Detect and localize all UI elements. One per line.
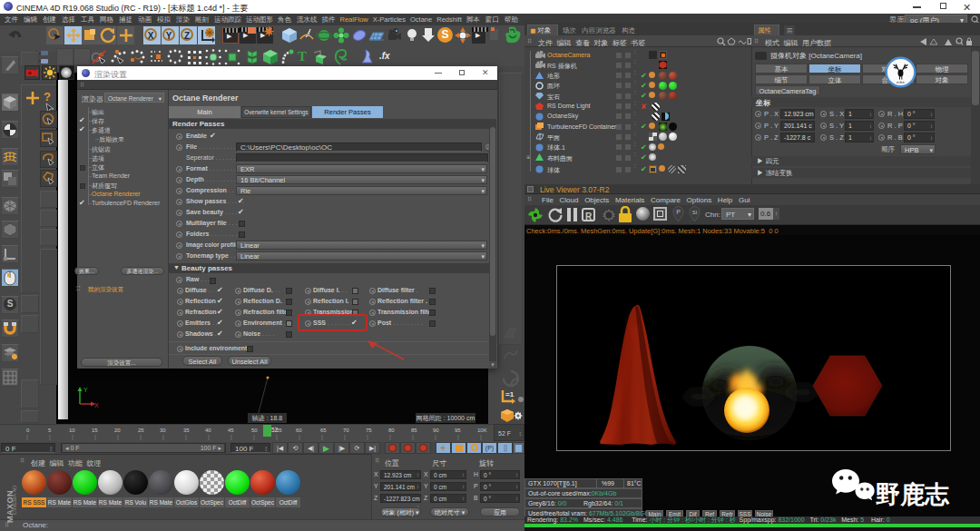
svg-text:=1: =1 [505, 390, 514, 398]
svg-text:10K: 10K [477, 428, 487, 433]
svg-text:90: 90 [433, 428, 439, 433]
svg-text:0: 0 [26, 428, 30, 433]
svg-text:25: 25 [138, 428, 144, 433]
svg-text:野鹿志: 野鹿志 [897, 81, 905, 84]
svg-text:70: 70 [343, 428, 349, 433]
svg-text:80: 80 [388, 428, 395, 433]
svg-text:35: 35 [183, 428, 190, 433]
svg-text:P: P [676, 209, 681, 215]
svg-text:85: 85 [411, 428, 417, 433]
svg-text:10: 10 [69, 428, 75, 433]
svg-text:X: X [94, 402, 99, 408]
svg-text:95: 95 [455, 428, 461, 433]
svg-text:20: 20 [114, 428, 121, 433]
svg-text:50: 50 [251, 428, 258, 433]
svg-text:65: 65 [320, 428, 327, 433]
svg-text:60: 60 [296, 428, 302, 433]
svg-text:45: 45 [228, 428, 234, 433]
svg-text:野鹿志: 野鹿志 [876, 481, 950, 508]
svg-text:Y: Y [83, 387, 88, 393]
svg-text:5: 5 [48, 428, 52, 433]
svg-text:SI: SI [692, 210, 698, 215]
svg-text:40: 40 [205, 428, 211, 433]
svg-text:30: 30 [160, 428, 166, 433]
svg-text:15: 15 [92, 428, 98, 433]
svg-text:75: 75 [366, 428, 372, 433]
